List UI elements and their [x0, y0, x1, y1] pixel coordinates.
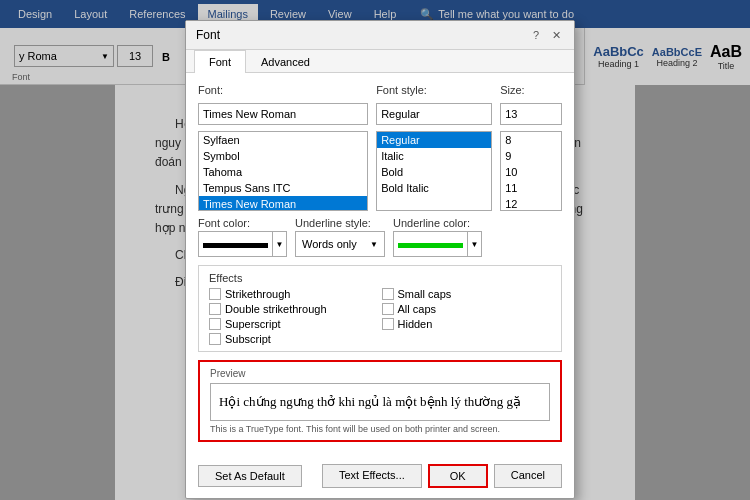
font-label: Font: — [198, 83, 368, 97]
font-item-symbol[interactable]: Symbol — [199, 148, 367, 164]
font-list[interactable]: Sylfaen Symbol Tahoma Tempus Sans ITC Ti… — [198, 131, 368, 211]
underline-color-label: Underline color: — [393, 217, 482, 229]
font-color-label: Font color: — [198, 217, 287, 229]
font-lists-row: Sylfaen Symbol Tahoma Tempus Sans ITC Ti… — [198, 131, 562, 211]
font-input-group — [198, 103, 368, 125]
underline-style-label: Underline style: — [295, 217, 385, 229]
small-caps-checkbox[interactable] — [382, 288, 394, 300]
double-strikethrough-checkbox[interactable] — [209, 303, 221, 315]
text-effects-button[interactable]: Text Effects... — [322, 464, 422, 488]
font-input[interactable] — [198, 103, 368, 125]
strikethrough-item: Strikethrough — [209, 288, 379, 300]
color-row: Font color: ▼ Underline style: Words onl… — [198, 217, 562, 257]
all-caps-label: All caps — [398, 303, 437, 315]
underline-style-group: Underline style: Words only ▼ — [295, 217, 385, 257]
close-button[interactable]: ✕ — [548, 27, 564, 43]
size-input-group — [500, 103, 562, 125]
preview-label: Preview — [210, 368, 550, 379]
size-9[interactable]: 9 — [501, 148, 561, 164]
preview-section: Preview Hội chứng ngưng thở khi ngủ là m… — [198, 360, 562, 442]
style-input[interactable] — [376, 103, 492, 125]
underline-color-group: Underline color: ▼ — [393, 217, 482, 257]
font-dialog: Font ? ✕ Font Advanced Font: Font style:… — [185, 20, 575, 499]
size-12[interactable]: 12 — [501, 196, 561, 211]
underline-style-arrow: ▼ — [370, 240, 378, 249]
size-label: Size: — [500, 83, 562, 97]
title-controls: ? ✕ — [528, 27, 564, 43]
field-inputs-row — [198, 103, 562, 125]
effects-section: Effects Strikethrough Small caps Double … — [198, 265, 562, 352]
size-11[interactable]: 11 — [501, 180, 561, 196]
size-input[interactable] — [500, 103, 562, 125]
hidden-checkbox[interactable] — [382, 318, 394, 330]
subscript-checkbox[interactable] — [209, 333, 221, 345]
font-list-wrapper: Sylfaen Symbol Tahoma Tempus Sans ITC Ti… — [198, 131, 368, 211]
size-list-wrapper: 8 9 10 11 12 — [500, 131, 562, 211]
help-button[interactable]: ? — [528, 27, 544, 43]
font-item-times[interactable]: Times New Roman — [199, 196, 367, 211]
small-caps-label: Small caps — [398, 288, 452, 300]
strikethrough-label: Strikethrough — [225, 288, 290, 300]
style-italic[interactable]: Italic — [377, 148, 491, 164]
field-labels-row: Font: Font style: Size: — [198, 83, 562, 97]
cancel-button[interactable]: Cancel — [494, 464, 562, 488]
effects-label: Effects — [209, 272, 551, 284]
font-color-dropdown[interactable] — [198, 231, 273, 257]
underline-color-dropdown[interactable] — [393, 231, 468, 257]
hidden-item: Hidden — [382, 318, 552, 330]
all-caps-item: All caps — [382, 303, 552, 315]
dialog-footer: Set As Default Text Effects... OK Cancel — [186, 458, 574, 498]
size-10[interactable]: 10 — [501, 164, 561, 180]
tab-font[interactable]: Font — [194, 50, 246, 73]
tab-advanced[interactable]: Advanced — [246, 50, 325, 73]
subscript-label: Subscript — [225, 333, 271, 345]
font-color-arrow[interactable]: ▼ — [273, 231, 287, 257]
style-list-wrapper: Regular Italic Bold Bold Italic — [376, 131, 492, 211]
style-bold-italic[interactable]: Bold Italic — [377, 180, 491, 196]
style-label: Font style: — [376, 83, 492, 97]
dialog-body: Font: Font style: Size: — [186, 73, 574, 458]
underline-style-value: Words only — [302, 238, 357, 250]
style-regular[interactable]: Regular — [377, 132, 491, 148]
style-input-group — [376, 103, 492, 125]
hidden-label: Hidden — [398, 318, 433, 330]
superscript-item: Superscript — [209, 318, 379, 330]
strikethrough-checkbox[interactable] — [209, 288, 221, 300]
size-8[interactable]: 8 — [501, 132, 561, 148]
superscript-label: Superscript — [225, 318, 281, 330]
font-item-tempus[interactable]: Tempus Sans ITC — [199, 180, 367, 196]
double-strikethrough-label: Double strikethrough — [225, 303, 327, 315]
right-buttons: Text Effects... OK Cancel — [322, 464, 562, 488]
font-info-text: This is a TrueType font. This font will … — [210, 424, 550, 434]
dialog-title: Font — [196, 28, 220, 42]
effects-grid: Strikethrough Small caps Double striketh… — [209, 288, 551, 345]
preview-text: Hội chứng ngưng thở khi ngủ là một bệnh … — [219, 394, 521, 410]
ok-button[interactable]: OK — [428, 464, 488, 488]
underline-color-arrow[interactable]: ▼ — [468, 231, 482, 257]
style-list[interactable]: Regular Italic Bold Bold Italic — [376, 131, 492, 211]
dialog-titlebar: Font ? ✕ — [186, 21, 574, 50]
size-list[interactable]: 8 9 10 11 12 — [500, 131, 562, 211]
font-color-group: Font color: ▼ — [198, 217, 287, 257]
double-strikethrough-item: Double strikethrough — [209, 303, 379, 315]
dialog-tabs: Font Advanced — [186, 50, 574, 73]
font-item-tahoma[interactable]: Tahoma — [199, 164, 367, 180]
subscript-item: Subscript — [209, 333, 379, 345]
font-item-sylfaen[interactable]: Sylfaen — [199, 132, 367, 148]
preview-text-box: Hội chứng ngưng thở khi ngủ là một bệnh … — [210, 383, 550, 421]
set-default-button[interactable]: Set As Default — [198, 465, 302, 487]
underline-style-dropdown[interactable]: Words only ▼ — [295, 231, 385, 257]
small-caps-item: Small caps — [382, 288, 552, 300]
superscript-checkbox[interactable] — [209, 318, 221, 330]
all-caps-checkbox[interactable] — [382, 303, 394, 315]
style-bold[interactable]: Bold — [377, 164, 491, 180]
